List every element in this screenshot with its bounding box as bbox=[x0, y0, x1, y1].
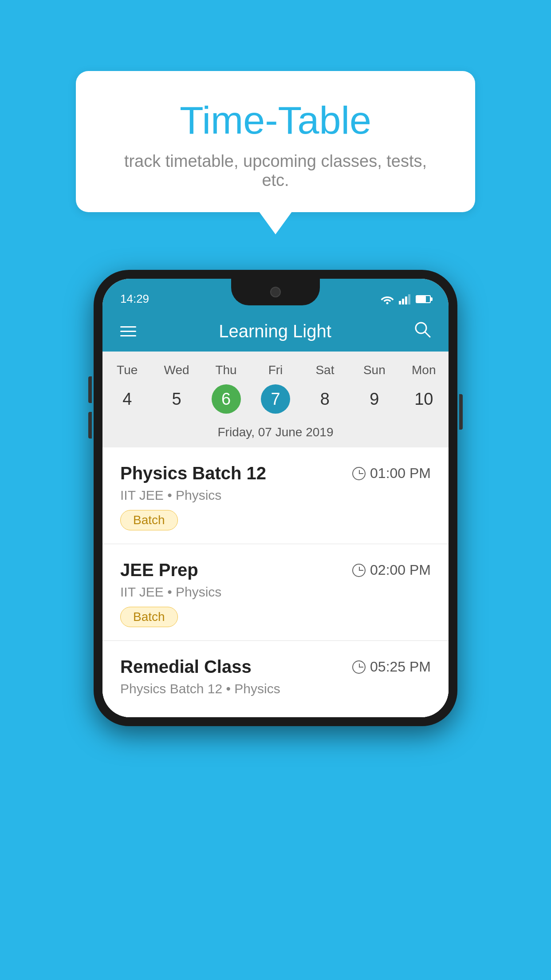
day-numbers: 4 5 6 7 8 9 10 bbox=[102, 381, 449, 420]
schedule-item-3-subtitle: Physics Batch 12 • Physics bbox=[120, 681, 431, 696]
date-4[interactable]: 4 bbox=[102, 384, 152, 414]
svg-rect-3 bbox=[405, 296, 407, 304]
calendar-week: Tue Wed Thu Fri Sat Sun Mon 4 5 6 7 8 9 … bbox=[102, 352, 449, 447]
schedule-item-3-time: 05:25 PM bbox=[352, 659, 431, 675]
schedule-item-2[interactable]: JEE Prep 02:00 PM IIT JEE • Physics Batc… bbox=[102, 544, 449, 641]
date-6-today[interactable]: 6 bbox=[212, 384, 241, 414]
status-time: 14:29 bbox=[120, 292, 149, 306]
date-5[interactable]: 5 bbox=[152, 384, 201, 414]
day-headers: Tue Wed Thu Fri Sat Sun Mon bbox=[102, 352, 449, 381]
schedule-item-2-subtitle: IIT JEE • Physics bbox=[120, 585, 431, 600]
date-10[interactable]: 10 bbox=[399, 384, 449, 414]
schedule-item-1-header: Physics Batch 12 01:00 PM bbox=[120, 463, 431, 483]
schedule-item-2-header: JEE Prep 02:00 PM bbox=[120, 560, 431, 580]
phone-screen: 14:29 bbox=[102, 279, 449, 717]
schedule-item-3-header: Remedial Class 05:25 PM bbox=[120, 657, 431, 677]
schedule-item-1-name: Physics Batch 12 bbox=[120, 463, 266, 483]
power-button bbox=[459, 394, 463, 430]
phone-mockup: 14:29 bbox=[94, 270, 457, 726]
day-sun: Sun bbox=[350, 360, 399, 381]
svg-rect-2 bbox=[402, 299, 404, 304]
schedule-item-2-name: JEE Prep bbox=[120, 560, 198, 580]
tooltip-subtitle: track timetable, upcoming classes, tests… bbox=[111, 152, 440, 190]
date-7-selected[interactable]: 7 bbox=[261, 384, 290, 414]
selected-date-label: Friday, 07 June 2019 bbox=[102, 420, 449, 447]
tooltip-title: Time-Table bbox=[111, 98, 440, 143]
date-8[interactable]: 8 bbox=[300, 384, 350, 414]
search-button[interactable] bbox=[414, 321, 431, 342]
schedule-item-1-time-text: 01:00 PM bbox=[370, 465, 431, 482]
wifi-icon bbox=[380, 294, 394, 304]
svg-line-6 bbox=[425, 332, 430, 337]
schedule-item-2-time: 02:00 PM bbox=[352, 562, 431, 578]
signal-icon bbox=[399, 294, 411, 304]
vol-down-button bbox=[88, 412, 92, 439]
schedule-list: Physics Batch 12 01:00 PM IIT JEE • Phys… bbox=[102, 447, 449, 717]
menu-icon[interactable] bbox=[120, 326, 136, 336]
svg-rect-4 bbox=[408, 294, 410, 304]
date-9[interactable]: 9 bbox=[350, 384, 399, 414]
schedule-item-1-time: 01:00 PM bbox=[352, 465, 431, 482]
battery-icon bbox=[416, 295, 431, 303]
clock-icon-2 bbox=[352, 564, 366, 577]
app-title: Learning Light bbox=[219, 321, 331, 341]
schedule-item-2-time-text: 02:00 PM bbox=[370, 562, 431, 578]
vol-up-button bbox=[88, 376, 92, 403]
camera bbox=[270, 287, 281, 297]
day-tue: Tue bbox=[102, 360, 152, 381]
app-header: Learning Light bbox=[102, 311, 449, 352]
clock-icon-1 bbox=[352, 467, 366, 480]
schedule-item-1[interactable]: Physics Batch 12 01:00 PM IIT JEE • Phys… bbox=[102, 447, 449, 544]
day-wed: Wed bbox=[152, 360, 201, 381]
schedule-item-1-tag: Batch bbox=[120, 510, 178, 530]
svg-rect-1 bbox=[399, 301, 401, 304]
tooltip-card: Time-Table track timetable, upcoming cla… bbox=[76, 71, 475, 212]
clock-icon-3 bbox=[352, 660, 366, 674]
schedule-item-3[interactable]: Remedial Class 05:25 PM Physics Batch 12… bbox=[102, 641, 449, 717]
day-mon: Mon bbox=[399, 360, 449, 381]
schedule-item-3-time-text: 05:25 PM bbox=[370, 659, 431, 675]
svg-point-0 bbox=[386, 302, 389, 304]
schedule-item-1-subtitle: IIT JEE • Physics bbox=[120, 488, 431, 503]
status-icons bbox=[380, 294, 431, 304]
day-fri: Fri bbox=[251, 360, 300, 381]
schedule-item-3-name: Remedial Class bbox=[120, 657, 252, 677]
day-sat: Sat bbox=[300, 360, 350, 381]
phone-notch bbox=[231, 279, 320, 305]
schedule-item-2-tag: Batch bbox=[120, 607, 178, 627]
day-thu: Thu bbox=[201, 360, 251, 381]
